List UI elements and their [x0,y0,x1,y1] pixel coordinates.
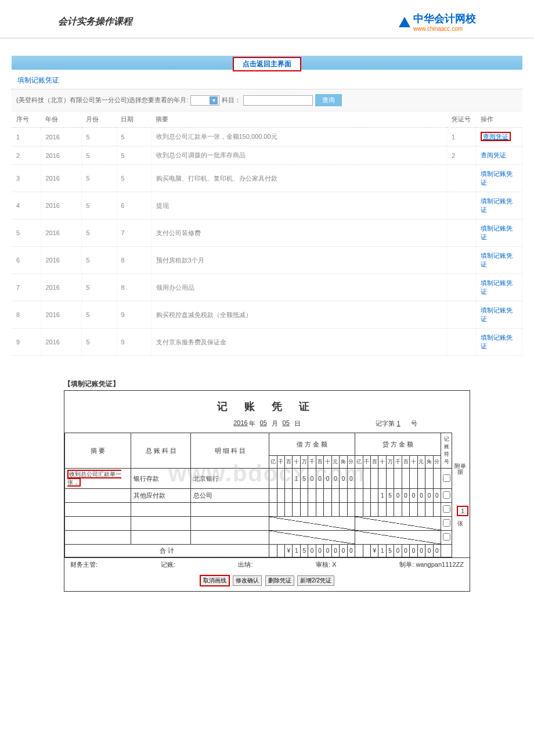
h-credit: 贷 方 金 额 [355,433,441,456]
side-zhang: 张 [453,520,467,528]
record-number: 记字第 1 号 [376,419,417,428]
total-row: 合 计¥15000000¥15000000 [65,545,452,557]
chevron-down-icon: ▾ [210,96,218,105]
summary-highlight: 收到总公司汇款单一张， [67,470,121,487]
col-month: 月份 [81,111,116,128]
bookkeeper: 记账: [161,560,175,569]
col-year: 年份 [41,111,81,128]
delete-voucher-button[interactable]: 删除凭证 [265,575,294,586]
fill-voucher-link[interactable]: 填制记账凭证 [481,225,513,240]
voucher-list-table: 序号 年份 月份 日期 摘要 凭证号 操作 1201655收到总公司汇款单一张，… [12,111,522,356]
row-checkbox[interactable] [443,491,450,499]
table-row: 4201656提现填制记账凭证 [12,192,522,219]
logo-cn: 中华会计网校 [413,12,476,26]
year-month-dropdown[interactable]: ▾ [190,95,219,106]
logo-url: www.chinaacc.com [413,26,476,32]
table-row: 1201655收到总公司汇款单一张，金额150,000.00元1查阅凭证 [12,128,522,146]
return-main-button[interactable]: 点击返回主界面 [233,57,301,71]
h-summary: 摘 要 [65,433,131,469]
table-row: 2201655收到总公司调拨的一批库存商品2查阅凭证 [12,146,522,165]
col-op: 操作 [476,111,522,128]
ledger-row: 其他应付款总公司15000000 [65,489,452,503]
subject-label: 科目： [222,96,241,105]
search-button[interactable]: 查询 [315,94,342,106]
header-logo: 中华会计网校 www.chinaacc.com [399,12,476,32]
ledger-row-empty [65,531,452,545]
fill-voucher-link[interactable]: 填制记账凭证 [481,252,513,268]
ledger-row-empty [65,503,452,517]
signature-row: 财务主管: 记账: 出纳: 审核: X 制单: wangpan1112ZZ [64,557,470,571]
table-row: 7201658领用办公用品填制记账凭证 [12,274,522,301]
h-general: 总 账 科 目 [131,433,191,469]
fill-voucher-link[interactable]: 填制记账凭证 [481,197,513,213]
row-checkbox[interactable] [443,505,450,513]
row-checkbox[interactable] [443,474,450,482]
col-vno: 凭证号 [447,111,476,128]
col-day: 日期 [116,111,151,128]
table-row: 8201659购买税控盘减免税款（全额抵减）填制记账凭证 [12,301,522,329]
add-voucher-button[interactable]: 新增2/2凭证 [297,575,334,586]
voucher-date: 2016年 05月 05日 [233,419,300,428]
cancel-line-button[interactable]: 取消画线 [200,575,230,586]
voucher-action-buttons: 取消画线 修改确认 删除凭证 新增2/2凭证 [64,571,470,591]
ledger-row: 收到总公司汇款单一张，银行存款北京银行15000000 [65,469,452,489]
preparer: 制单: wangpan1112ZZ [399,560,464,569]
table-row: 3201655购买电脑、打印机、复印机、办公家具付款填制记账凭证 [12,165,522,192]
section-title: 填制记账凭证 [12,71,522,89]
view-voucher-link[interactable]: 查阅凭证 [481,152,506,159]
voucher-main-title: 记 账 凭 证 [64,399,470,413]
supervisor: 财务主管: [70,560,98,569]
h-detail: 明 细 科 目 [191,433,269,469]
table-row: 6201658预付房租款3个月填制记账凭证 [12,247,522,274]
col-seq: 序号 [12,111,41,128]
filter-row: (美登科技（北京）有限公司第一分公司)选择您要查看的年月: ▾ 科目： 查询 [12,89,522,111]
table-row: 9201659支付京东服务费及保证金填制记账凭证 [12,329,522,356]
top-bar: 点击返回主界面 [12,56,522,70]
ledger-table: 摘 要 总 账 科 目 明 细 科 目 借 方 金 额 贷 方 金 额 记账符号… [64,433,452,557]
fill-voucher-link[interactable]: 填制记账凭证 [481,279,513,295]
course-title: 会计实务操作课程 [58,16,132,28]
logo-icon [399,17,410,27]
fill-voucher-link[interactable]: 填制记账凭证 [481,334,513,350]
table-row: 5201657支付公司装修费填制记账凭证 [12,219,522,247]
filter-prefix: (美登科技（北京）有限公司第一分公司)选择您要查看的年月: [16,96,188,105]
h-debit: 借 方 金 额 [269,433,355,456]
confirm-edit-button[interactable]: 修改确认 [233,575,262,586]
fill-voucher-link[interactable]: 填制记账凭证 [481,170,513,186]
auditor: 审核: X [316,560,336,569]
voucher-form-title: 【填制记账凭证】 [64,379,470,389]
view-voucher-link[interactable]: 查阅凭证 [481,132,511,141]
row-checkbox[interactable] [443,533,450,541]
row-checkbox[interactable] [443,519,450,527]
h-mark: 记账符号 [441,433,452,469]
side-attach-label: 附单据 [453,463,467,475]
cashier: 出纳: [238,560,252,569]
attachment-count-input[interactable]: 1 [457,506,468,516]
subject-input[interactable] [243,95,313,106]
col-summary: 摘要 [151,111,447,128]
fill-voucher-link[interactable]: 填制记账凭证 [481,307,513,322]
voucher-form: www.bdocx.com 记 账 凭 证 2016年 05月 05日 记字第 … [64,390,470,592]
page-header: 会计实务操作课程 中华会计网校 www.chinaacc.com [0,0,534,38]
ledger-row-empty [65,517,452,531]
